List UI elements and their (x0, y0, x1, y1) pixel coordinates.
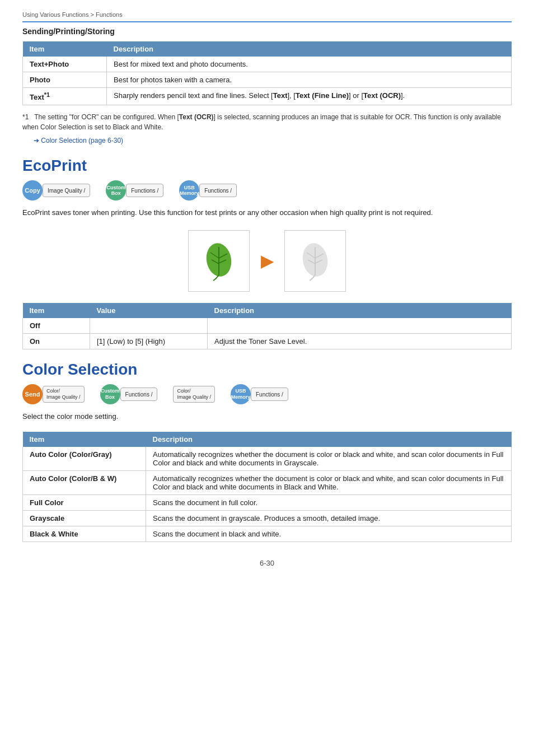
badge-custombox: CustomBox (106, 180, 126, 200)
breadcrumb: Using Various Functions > Functions (22, 11, 512, 22)
badge-group-usb-2: USBMemory Functions / (231, 384, 297, 404)
badge-send: Send (22, 384, 43, 404)
row-desc: Best for photos taken with a camera. (107, 72, 512, 88)
table-row: Photo Best for photos taken with a camer… (23, 72, 512, 88)
row-desc: Automatically recognizes whether the doc… (146, 470, 512, 494)
row-item: On (23, 334, 90, 349)
badge-custombox-2: CustomBox (100, 384, 120, 404)
color-selection-section: Color Selection Send Color/Image Quality… (22, 361, 512, 542)
row-desc: Scans the document in full color. (146, 494, 512, 510)
badge-group-color-iq: Color/Image Quality / (173, 386, 224, 403)
badge-color-iq-2: Color/Image Quality / (173, 386, 215, 403)
badge-group-send: Send Color/Image Quality / (22, 384, 93, 404)
row-item: Auto Color (Color/Gray) (23, 447, 146, 471)
sending-table-header-desc: Description (107, 41, 512, 57)
row-item: Off (23, 318, 90, 334)
row-desc: Scans the document in grayscale. Produce… (146, 510, 512, 526)
sending-table-header-item: Item (23, 41, 107, 57)
row-item: Photo (23, 72, 107, 88)
badge-group-copy: Copy Image Quality / (22, 180, 99, 200)
color-selection-table: Item Description Auto Color (Color/Gray)… (22, 432, 512, 542)
badge-group-custombox: CustomBox Functions / (106, 180, 172, 200)
ecoprint-table-header-value: Value (90, 303, 208, 318)
row-item: Text+Photo (23, 57, 107, 72)
arrow-link-icon (34, 137, 41, 144)
footnote-text: The setting "for OCR" can be configured.… (22, 113, 501, 131)
color-selection-badge-row: Send Color/Image Quality / CustomBox Fun… (22, 384, 512, 404)
cs-table-header-desc: Description (146, 432, 512, 447)
row-desc: Automatically recognizes whether the doc… (146, 447, 512, 471)
ecoprint-leaf-after (284, 230, 346, 292)
row-value: [1] (Low) to [5] (High) (90, 334, 208, 349)
sending-section: Sending/Printing/Storing Item Descriptio… (22, 27, 512, 146)
color-selection-body: Select the color mode setting. (22, 411, 512, 423)
sending-table: Item Description Text+Photo Best for mix… (22, 41, 512, 105)
ecoprint-body: EcoPrint saves toner when printing. Use … (22, 207, 512, 219)
ecoprint-table-header-item: Item (23, 303, 90, 318)
table-row: Auto Color (Color/B & W) Automatically r… (23, 470, 512, 494)
color-selection-heading: Color Selection (22, 361, 512, 379)
row-item: Text*1 (23, 88, 107, 105)
badge-functions-2: Functions / (199, 184, 237, 197)
badge-functions-4: Functions / (251, 388, 288, 401)
table-row: Off (23, 318, 512, 334)
ecoprint-arrow: ▶ (261, 252, 273, 270)
badge-usb: USBMemory (179, 180, 199, 200)
badge-color-iq-1: Color/Image Quality / (43, 386, 85, 403)
row-desc: Sharply renders pencil text and fine lin… (107, 88, 512, 105)
table-row: Grayscale Scans the document in grayscal… (23, 510, 512, 526)
page-number: 6-30 (22, 559, 512, 567)
row-item: Full Color (23, 494, 146, 510)
ecoprint-table: Item Value Description Off On [1] (Low) … (22, 303, 512, 349)
badge-group-usb: USBMemory Functions / (179, 180, 246, 200)
row-desc (208, 318, 512, 334)
badge-copy: Copy (22, 180, 43, 200)
footnote: *1 The setting "for OCR" can be configur… (22, 112, 512, 132)
footnote-link-row: Color Selection (page 6-30) (22, 136, 512, 146)
row-item: Black & White (23, 526, 146, 542)
table-row: Black & White Scans the document in blac… (23, 526, 512, 542)
footnote-link[interactable]: Color Selection (page 6-30) (41, 137, 123, 144)
sending-section-title: Sending/Printing/Storing (22, 27, 512, 36)
table-row: Text*1 Sharply renders pencil text and f… (23, 88, 512, 105)
table-row: On [1] (Low) to [5] (High) Adjust the To… (23, 334, 512, 349)
row-desc: Adjust the Toner Save Level. (208, 334, 512, 349)
table-row: Full Color Scans the document in full co… (23, 494, 512, 510)
row-desc: Best for mixed text and photo documents. (107, 57, 512, 72)
cs-table-header-item: Item (23, 432, 146, 447)
badge-functions-1: Functions / (126, 184, 163, 197)
ecoprint-section: EcoPrint Copy Image Quality / CustomBox … (22, 157, 512, 349)
table-row: Text+Photo Best for mixed text and photo… (23, 57, 512, 72)
badge-usb-2: USBMemory (231, 384, 251, 404)
ecoprint-heading: EcoPrint (22, 157, 512, 175)
row-item: Grayscale (23, 510, 146, 526)
ecoprint-image-row: ▶ (22, 230, 512, 292)
row-value (90, 318, 208, 334)
badge-image-quality: Image Quality / (43, 184, 90, 197)
row-desc: Scans the document in black and white. (146, 526, 512, 542)
row-item: Auto Color (Color/B & W) (23, 470, 146, 494)
badge-group-custombox-2: CustomBox Functions / (100, 384, 167, 404)
ecoprint-badge-row: Copy Image Quality / CustomBox Functions… (22, 180, 512, 200)
table-row: Auto Color (Color/Gray) Automatically re… (23, 447, 512, 471)
footnote-marker: *1 (22, 113, 32, 121)
ecoprint-table-header-desc: Description (208, 303, 512, 318)
ecoprint-leaf-before (188, 230, 250, 292)
badge-functions-3: Functions / (120, 388, 158, 401)
